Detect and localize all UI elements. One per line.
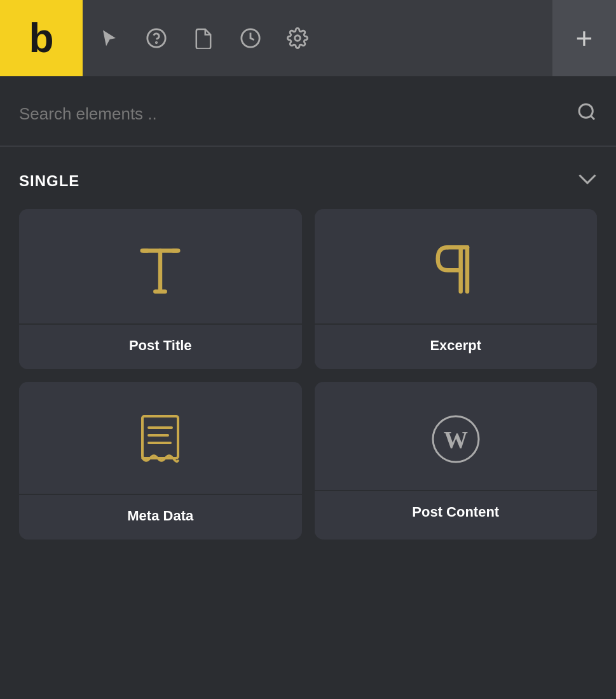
add-button[interactable]: +	[552, 0, 616, 76]
section-title: SINGLE	[19, 172, 79, 190]
post-content-card[interactable]: W Post Content	[315, 382, 598, 540]
meta-data-label-area: Meta Data	[19, 494, 302, 540]
meta-data-card[interactable]: Meta Data	[19, 382, 302, 540]
excerpt-label-area: Excerpt	[315, 323, 598, 369]
svg-point-3	[295, 36, 301, 41]
search-icon[interactable]	[577, 102, 597, 126]
settings-icon[interactable]	[284, 24, 311, 52]
excerpt-label: Excerpt	[430, 337, 481, 353]
post-title-icon-area	[19, 209, 302, 323]
section-header: SINGLE	[0, 153, 616, 203]
help-icon[interactable]	[142, 24, 170, 52]
page-icon[interactable]	[189, 24, 217, 52]
post-title-icon	[135, 241, 186, 298]
svg-text:W: W	[444, 426, 468, 453]
search-input[interactable]	[19, 104, 577, 124]
excerpt-icon-area	[315, 209, 598, 323]
post-content-icon: W	[430, 414, 481, 465]
excerpt-card[interactable]: Excerpt	[315, 209, 598, 369]
meta-data-label: Meta Data	[127, 508, 193, 524]
divider	[0, 146, 616, 147]
post-title-label: Post Title	[129, 337, 192, 353]
search-area	[0, 76, 616, 146]
toolbar-icons-area	[83, 0, 552, 76]
toolbar: b	[0, 0, 616, 76]
svg-rect-10	[142, 416, 178, 458]
cursor-icon[interactable]	[95, 24, 123, 52]
post-title-label-area: Post Title	[19, 323, 302, 369]
post-content-icon-area: W	[315, 382, 598, 490]
meta-data-icon-area	[19, 382, 302, 494]
elements-grid: Post Title Excerpt	[0, 203, 616, 552]
post-content-label: Post Content	[412, 504, 499, 520]
post-title-card[interactable]: Post Title	[19, 209, 302, 369]
logo[interactable]: b	[0, 0, 83, 76]
history-icon[interactable]	[236, 24, 264, 52]
add-icon: +	[576, 24, 593, 53]
svg-point-1	[156, 42, 156, 43]
section-collapse-button[interactable]	[578, 172, 597, 190]
svg-point-4	[579, 104, 592, 118]
logo-letter: b	[29, 18, 53, 58]
search-container	[19, 102, 597, 126]
excerpt-icon	[430, 241, 481, 298]
post-content-label-area: Post Content	[315, 490, 598, 536]
meta-data-icon	[137, 414, 183, 468]
